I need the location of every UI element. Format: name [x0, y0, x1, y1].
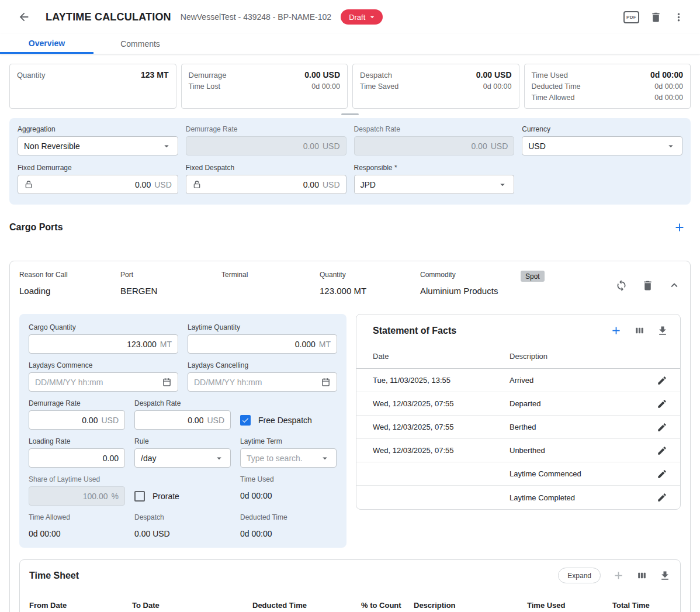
responsible-value: JPD: [361, 180, 494, 189]
summary-card-time: Time Used 0d 00:00 Deducted Time 0d 00:0…: [524, 64, 691, 109]
port-label: Port: [120, 271, 221, 279]
port-despatch-rate-unit: USD: [207, 416, 224, 425]
fixed-demurrage-input[interactable]: [37, 180, 151, 189]
more-menu-button[interactable]: [673, 11, 685, 23]
edit-sof-row-button[interactable]: [657, 469, 667, 479]
status-badge[interactable]: Draft: [341, 9, 383, 25]
tab-comments[interactable]: Comments: [93, 34, 187, 54]
share-of-laytime-input: [35, 492, 108, 501]
laydays-commence-calendar-button[interactable]: [162, 377, 172, 387]
time-sheet-columns-button[interactable]: [636, 570, 647, 581]
add-time-sheet-row-button[interactable]: [612, 569, 625, 582]
laytime-quantity-label: Laytime Quantity: [188, 323, 337, 331]
free-despatch-checkbox[interactable]: [240, 415, 251, 426]
laytime-quantity-unit: MT: [319, 340, 331, 349]
collapse-port-button[interactable]: [668, 279, 681, 292]
laytime-quantity-input[interactable]: [194, 340, 316, 349]
delete-calculation-button[interactable]: [650, 11, 662, 23]
laydays-cancelling-input[interactable]: [194, 378, 317, 387]
laytime-term-placeholder: Type to search.: [247, 454, 316, 463]
time-sheet-title: Time Sheet: [29, 570, 79, 581]
sof-actions: [610, 324, 668, 337]
time-sheet-download-button[interactable]: [659, 570, 671, 582]
edit-sof-row-button[interactable]: [657, 422, 667, 433]
summary-demurrage-value: 0.00 USD: [304, 70, 340, 80]
edit-sof-row-button[interactable]: [657, 399, 667, 409]
despatch-rate-label: Despatch Rate: [354, 125, 515, 133]
fixed-demurrage-input-box: USD: [18, 175, 178, 194]
free-despatch-wrap: Free Despatch: [240, 410, 312, 430]
currency-select[interactable]: USD: [522, 136, 682, 155]
fixed-despatch-input[interactable]: [205, 180, 319, 189]
fixed-despatch-label: Fixed Despatch: [186, 164, 346, 172]
laydays-commence-input[interactable]: [35, 378, 158, 387]
lock-icon[interactable]: [192, 180, 202, 189]
laytime-term-select[interactable]: Type to search.: [240, 448, 337, 468]
share-of-laytime-label: Share of Laytime Used: [29, 475, 125, 483]
port-demurrage-rate-input-box: USD: [29, 410, 125, 430]
port-demurrage-rate-input[interactable]: [35, 416, 98, 425]
sof-row-date: Wed, 12/03/2025, 07:55: [373, 446, 510, 455]
laydays-cancelling-calendar-button[interactable]: [321, 377, 331, 387]
lock-icon[interactable]: [24, 180, 33, 189]
spot-badge: Spot: [521, 271, 545, 282]
edit-sof-row-button[interactable]: [657, 375, 667, 386]
sof-row: Tue, 11/03/2025, 13:55 Arrived: [356, 369, 680, 392]
aggregation-select[interactable]: Non Reversible: [18, 136, 178, 155]
delete-port-button[interactable]: [642, 279, 654, 292]
topbar-actions: PDF: [623, 11, 685, 23]
tab-bar: Overview Comments: [0, 34, 700, 54]
port-despatch-rate-input-box: USD: [134, 410, 231, 430]
cargo-quantity-input[interactable]: [35, 340, 157, 349]
loading-rate-field: Loading Rate: [29, 437, 125, 468]
prorate-checkbox[interactable]: [134, 491, 145, 502]
rule-label: Rule: [134, 437, 231, 445]
despatch-rate-input: [361, 141, 487, 151]
port-demurrage-rate-label: Demurrage Rate: [29, 399, 125, 407]
time-sheet-header: Time Sheet Expand: [29, 568, 671, 583]
commodity-label: Commodity: [420, 271, 521, 279]
deducted-time-value: 0d 00:00: [240, 529, 337, 538]
loading-rate-input[interactable]: [35, 454, 119, 463]
sof-download-button[interactable]: [657, 325, 668, 337]
sof-row-description: Arrived: [510, 376, 533, 385]
port-despatch-rate-label: Despatch Rate: [134, 399, 231, 407]
summary-quantity-value: 123 MT: [141, 70, 168, 80]
summary-cards: Quantity 123 MT Demurrage 0.00 USD Time …: [0, 54, 700, 109]
export-pdf-button[interactable]: PDF: [623, 11, 639, 23]
statement-of-facts-card: Statement of Facts Date: [356, 314, 681, 510]
tab-overview[interactable]: Overview: [0, 34, 93, 54]
sof-row-description: Laytime Commenced: [510, 469, 581, 478]
sof-columns-button[interactable]: [634, 325, 645, 336]
recalculate-port-button[interactable]: [615, 279, 628, 292]
demurrage-rate-label: Demurrage Rate: [186, 125, 346, 133]
summary-card-despatch: Despatch 0.00 USD Time Saved 0d 00:00: [352, 64, 519, 109]
chevron-down-icon: [214, 453, 224, 464]
edit-sof-row-button[interactable]: [657, 492, 667, 503]
responsible-select[interactable]: JPD: [354, 175, 515, 194]
add-sof-row-button[interactable]: [610, 324, 622, 337]
edit-sof-row-button[interactable]: [657, 445, 667, 456]
add-cargo-port-button[interactable]: [673, 221, 686, 234]
reason-for-call-value: Loading: [19, 286, 120, 296]
port-value: BERGEN: [120, 286, 221, 296]
port-demurrage-rate-unit: USD: [101, 416, 119, 425]
sof-row-description: Laytime Completed: [510, 493, 575, 502]
deducted-time-label: Deducted Time: [240, 513, 337, 521]
rule-field: Rule /day: [134, 437, 231, 468]
expand-button[interactable]: Expand: [558, 568, 601, 583]
cargo-quantity-input-box: MT: [29, 334, 178, 354]
rule-select[interactable]: /day: [134, 448, 231, 468]
sof-header: Statement of Facts: [356, 314, 680, 344]
terminal-column: Terminal: [221, 271, 320, 286]
back-button[interactable]: [18, 11, 30, 23]
prorate-label: Prorate: [153, 492, 179, 501]
resize-handle[interactable]: [341, 113, 359, 115]
free-despatch-label: Free Despatch: [258, 416, 312, 425]
time-sheet-actions: Expand: [558, 568, 671, 583]
download-icon: [659, 570, 671, 582]
port-despatch-rate-input[interactable]: [141, 416, 203, 425]
pencil-icon: [657, 375, 667, 386]
calendar-icon: [162, 377, 172, 387]
laytime-quantity-input-box: MT: [188, 334, 337, 354]
